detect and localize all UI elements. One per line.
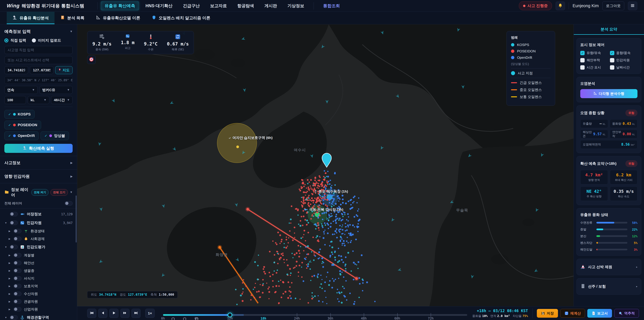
caret-icon[interactable]: ▶ [8,269,11,272]
unit-select[interactable]: kL▼ [28,96,49,104]
layer-toggle[interactable] [14,292,22,296]
spill-type-select[interactable]: 연속▼ [4,86,38,94]
model-chip-KOSPS[interactable]: ✓ KOSPS [4,110,34,119]
recalc-button[interactable]: 재계산 [560,309,585,318]
tab-분석 목록[interactable]: 분석 목록 [54,12,90,24]
incident-name-input[interactable] [4,46,72,54]
caret-icon[interactable]: ▶ [8,292,11,295]
caret-icon[interactable]: ▶ [8,262,11,264]
model-chip-OpenDrift[interactable]: ✓ OpenDrift [4,131,38,140]
radio-image-upload[interactable]: 이미지 업로드 [32,38,61,43]
nav-item-게시판[interactable]: 게시판 [260,1,281,11]
tab-유출유확산모델 이론[interactable]: 유출유확산모델 이론 [90,12,146,24]
playback-play-button[interactable] [109,309,118,318]
notifications-button[interactable] [556,2,565,10]
layer-toggle[interactable] [10,245,18,249]
map-canvas[interactable] [77,24,574,306]
playback-end-button[interactable] [132,309,140,318]
caret-icon[interactable]: ▶ [8,277,11,280]
layer-toggle[interactable] [14,284,22,288]
nav-item-항공탐색[interactable]: 항공탐색 [233,1,258,11]
check-icon: ✓ [44,134,47,138]
report-button[interactable]: 보고서 [587,309,612,318]
display-check-해안부착[interactable]: 해안부착 [580,58,608,62]
caret-icon[interactable]: ▶ [8,285,11,287]
tab-오일펜스 배치 알고리즘 이론[interactable]: 오일펜스 배치 알고리즘 이론 [146,12,216,24]
fence-deploy-marker[interactable] [183,317,186,320]
incident-info-section[interactable]: 사고정보▶ [0,156,77,169]
longitude-input[interactable] [30,66,54,74]
amount-input[interactable]: 100 [4,96,26,104]
playback-ff-button[interactable] [120,309,130,318]
nav-item-기상정보[interactable]: 기상정보 [284,1,308,11]
polygon-analysis-button[interactable]: 다각형 분석수행 [580,89,638,98]
vessel-spec-section[interactable]: 사고 선박 제원 ▸ [576,259,641,275]
stat-풍화량: 풍화량 0.43kL [610,119,638,128]
fence-deploy-marker[interactable] [195,317,198,320]
hamburger-menu-button[interactable] [628,2,637,10]
ruler-icon [593,92,597,96]
playback-start-button[interactable] [87,309,96,318]
layer-toggle[interactable] [14,229,22,233]
playback-speed-button[interactable]: 1× [145,309,155,318]
display-check-민감자원[interactable]: 민감자원 [610,58,638,62]
model-chip-POSEIDON[interactable]: ✓ POSEIDON [4,121,41,129]
map-area[interactable]: 9.2 m/s풍속 (SW) 1.8 m파고 9.2°C수온 0.67 m/s해… [77,24,574,306]
nav-item-긴급구난[interactable]: 긴급구난 [179,1,204,11]
layer-toggle[interactable] [10,221,18,225]
all-layers-on-button[interactable]: 전체 켜기 [31,189,49,196]
display-check-유향/유속[interactable]: ✓유향/유속 [580,51,608,55]
layer-toggle[interactable] [14,307,22,311]
caret-icon[interactable]: ▼ [4,221,8,224]
display-check-시간 표시[interactable]: 시간 표시 [580,65,608,70]
timeline-track[interactable]: 0h6h12h18h24h36h48h60h72h [163,314,467,316]
oil-type-select[interactable]: 벙커C유▼ [40,86,73,94]
display-check-날짜시간[interactable]: 날짜시간 [610,65,638,70]
nav-item-보고자료[interactable]: 보고자료 [206,1,231,11]
caret-icon[interactable]: ▼ [4,246,8,248]
display-check-풍향/풍속[interactable]: ✓풍향/풍속 [610,51,638,55]
caret-icon[interactable]: ▶ [8,230,11,232]
nav-item-통합조회[interactable]: 통합조회 [319,1,344,11]
duration-select[interactable]: 48시간▼ [51,96,72,104]
layer-toggle[interactable] [14,237,22,241]
shield-icon [152,15,156,21]
locate-target-button[interactable] [87,56,96,64]
save-button[interactable]: 저장 [537,309,558,318]
caret-icon[interactable]: ▶ [8,237,11,240]
nav-item-유출유 확산예측[interactable]: 유출유 확산예측 [100,1,139,11]
tab-유출유 확산분석[interactable]: 유출유 확산분석 [7,12,54,24]
impact-resources-section[interactable]: 영향 민감자원▶ [0,169,77,183]
nav-item-HNS·대기확산[interactable]: HNS·대기확산 [142,1,176,11]
layer-toggle[interactable] [14,261,22,265]
owner-insurance-section[interactable]: 선주 / 보험 ▸ [576,278,641,295]
stat-연안부착: 연안부착 0.00kL [610,130,638,138]
caret-icon[interactable]: ▼ [4,316,8,319]
all-layers-toggle[interactable] [64,201,72,206]
pick-on-map-button[interactable]: 지도 [55,66,72,74]
layer-toggle[interactable] [14,268,22,273]
incident-status-badge[interactable]: 사고 진행중 [519,1,552,10]
incident-list-input[interactable] [4,56,72,64]
caret-icon[interactable]: ▶ [8,300,11,303]
latitude-input[interactable] [4,66,28,74]
model-chip-앙상블[interactable]: ✓ 앙상블 [40,131,69,140]
logout-button[interactable]: 로그아웃 [602,2,624,10]
fence-deploy-marker[interactable] [172,317,174,320]
caret-icon[interactable]: ▶ [8,308,11,310]
prediction-input-header[interactable]: 예측정보 입력 ▼ [0,24,77,37]
sidebar-scrollbar[interactable] [76,195,77,242]
check-icon: ✓ [8,112,11,116]
layer-toggle[interactable] [14,299,22,304]
layer-toggle[interactable] [14,276,22,280]
radio-direct-input[interactable]: 직접 입력 [4,38,26,43]
layer-toggle[interactable] [14,253,22,257]
search-button[interactable]: 역추적 [614,309,639,318]
run-prediction-button[interactable]: 확산예측 실행 [4,144,72,153]
wave-icon [126,34,130,39]
all-layers-off-button[interactable]: 전체 끄기 [50,189,68,196]
layer-toggle[interactable] [10,315,18,320]
layer-toggle[interactable] [10,212,18,216]
caret-icon[interactable]: ▶ [8,254,11,256]
playback-prev-button[interactable] [98,309,107,318]
